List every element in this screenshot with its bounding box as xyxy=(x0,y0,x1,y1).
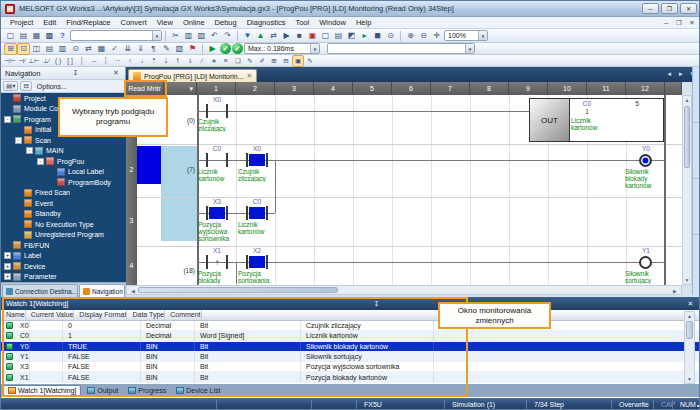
tree-item[interactable]: + Label xyxy=(1,251,126,262)
watch-window-icon[interactable]: ◩ xyxy=(345,30,358,42)
zoom-in-icon[interactable]: ⊕ xyxy=(404,30,417,42)
tree-expander-icon[interactable]: + xyxy=(4,263,11,270)
watch-row[interactable]: X1 FALSE BIN Bit Pozycja blokady kartonó… xyxy=(1,372,700,382)
watch-column-header[interactable]: Name xyxy=(1,310,26,320)
rising-pulse-icon[interactable]: ↑ xyxy=(124,55,136,67)
ladder-coil-y0[interactable] xyxy=(639,154,652,167)
menu-item[interactable]: Tool xyxy=(290,18,314,27)
ladder-contact-x3[interactable] xyxy=(206,206,228,220)
monitor-mode-icon[interactable]: ▣ xyxy=(292,55,304,67)
rising-pulse-close-icon[interactable]: ↿ xyxy=(172,55,184,67)
play-icon[interactable]: ▶ xyxy=(206,43,219,55)
watch-column-header[interactable]: Comment xyxy=(165,310,201,320)
undo-icon[interactable]: ↶ xyxy=(208,30,221,42)
simulation-start-icon[interactable]: ▸ xyxy=(358,30,371,42)
monitor-stop-icon[interactable]: ▢ xyxy=(319,30,332,42)
horizontal-line-icon[interactable]: ─ xyxy=(88,55,100,67)
menu-item[interactable]: Help xyxy=(351,18,376,27)
read-from-plc-icon[interactable]: ▲ xyxy=(254,30,267,42)
falling-pulse-branch-icon[interactable]: ⇣ xyxy=(160,55,172,67)
tree-expander-icon[interactable]: + xyxy=(4,273,11,280)
tree-item[interactable]: + Parameter xyxy=(1,272,126,283)
save-all-icon[interactable]: ▩ xyxy=(43,30,56,42)
watch-tab[interactable]: Progress xyxy=(124,385,170,396)
delete-horizontal-line-icon[interactable]: ┄ xyxy=(112,55,124,67)
cut-icon[interactable]: ✂ xyxy=(169,30,182,42)
cross-reference-icon[interactable]: ⊙ xyxy=(384,30,397,42)
menu-item[interactable]: Window xyxy=(314,18,351,27)
edit-mode-icon[interactable]: ✎ xyxy=(304,55,316,67)
navigation-window-icon[interactable]: ⊞ xyxy=(4,43,17,55)
watch-row[interactable]: X0 0 Decimal Bit Czujnik zliczający xyxy=(1,321,700,331)
tree-item[interactable]: - MAIN xyxy=(1,146,126,157)
tree-item[interactable]: Event xyxy=(1,198,126,209)
mdi-restore-button[interactable]: ❐ xyxy=(674,19,684,27)
inline-st-icon[interactable]: ≡ xyxy=(220,55,232,67)
watch-row[interactable]: Y1 FALSE BIN Bit Siłownik sortujący xyxy=(1,352,700,362)
pin-icon[interactable]: ↧ xyxy=(371,300,382,308)
tab-progpou-monitoring[interactable]: ProgPou [PRG] [LD] Monitorin... ✕ xyxy=(128,69,257,82)
menu-item[interactable]: Find/Replace xyxy=(61,18,115,27)
close-icon[interactable]: ✕ xyxy=(111,69,121,77)
device-list-icon[interactable]: ▦ xyxy=(95,43,108,55)
tree-expander-icon[interactable]: - xyxy=(37,158,44,165)
label-editor-icon[interactable]: ▥ xyxy=(56,43,69,55)
tree-item[interactable]: Standby xyxy=(1,209,126,220)
tree-item[interactable]: FB/FUN xyxy=(1,240,126,251)
tree-item[interactable]: Fixed Scan xyxy=(1,188,126,199)
statement-display-icon[interactable]: ¶ xyxy=(147,43,160,55)
watch-tab[interactable]: Device List xyxy=(172,385,224,396)
watch-row[interactable]: C0 1 Decimal Word [Signed] Licznik karto… xyxy=(1,331,700,341)
vertical-line-icon[interactable]: │ xyxy=(76,55,88,67)
remote-run-icon[interactable]: ▶ xyxy=(280,30,293,42)
cross-reference-window-icon[interactable]: ⇄ xyxy=(82,43,95,55)
ladder-vertical-scrollbar[interactable]: ▲ ▼ xyxy=(682,95,692,285)
mdi-minimize-button[interactable]: ─ xyxy=(661,19,671,27)
write-to-plc-icon[interactable]: ▼ xyxy=(241,30,254,42)
new-project-icon[interactable]: ▢ xyxy=(4,30,17,42)
module-configuration-icon[interactable]: ◫ xyxy=(30,43,43,55)
watch-vertical-scrollbar[interactable]: ▲ ▼ xyxy=(684,311,695,384)
coil-icon[interactable]: ( ) xyxy=(52,55,64,67)
falling-pulse-icon[interactable]: ↓ xyxy=(136,55,148,67)
zoom-out-icon[interactable]: ⊖ xyxy=(417,30,430,42)
tree-item[interactable]: + Device xyxy=(1,261,126,272)
close-button[interactable]: ✕ xyxy=(680,3,697,14)
tree-item[interactable]: No Execution Type xyxy=(1,219,126,230)
watch-column-header[interactable]: Current Value xyxy=(26,310,75,320)
tree-expander-icon[interactable]: - xyxy=(15,137,22,144)
ladder-contact-x0[interactable] xyxy=(206,104,228,118)
tab-navigation[interactable]: Navigation xyxy=(79,284,125,297)
verify-with-plc-icon[interactable]: ⇄ xyxy=(267,30,280,42)
tree-item[interactable]: - ProgPou xyxy=(1,156,126,167)
monitor-mode-selector[interactable]: Read Mntr xyxy=(126,82,164,95)
close-icon[interactable]: ✕ xyxy=(685,300,696,308)
tree-expander-icon[interactable]: + xyxy=(4,252,11,259)
tree-expander-icon[interactable]: - xyxy=(26,147,33,154)
insert-row-icon[interactable]: ⊞ xyxy=(268,55,280,67)
tree-item[interactable]: Local Label xyxy=(1,167,126,178)
menu-item[interactable]: Diagnostics xyxy=(242,18,291,27)
delete-vertical-line-icon[interactable]: ┆ xyxy=(100,55,112,67)
monitor-start-icon[interactable]: ▣ xyxy=(306,30,319,42)
menu-item[interactable]: Debug xyxy=(210,18,242,27)
tree-item[interactable]: Unregistered Program xyxy=(1,230,126,241)
max-scan-time-combo[interactable]: Max.: 0.186ms▾ xyxy=(244,43,320,54)
zoom-fit-icon[interactable]: ✛ xyxy=(430,30,443,42)
open-contact-icon[interactable]: ⊣⊢ xyxy=(4,55,16,67)
open-branch-icon[interactable]: ⊥⊢ xyxy=(28,55,40,67)
element-selection-icon[interactable]: ⊡ xyxy=(17,43,30,55)
convert-icon[interactable]: ⇊ xyxy=(121,43,134,55)
copy-icon[interactable]: ▥ xyxy=(182,30,195,42)
mdi-close-button[interactable]: ✕ xyxy=(687,19,697,27)
ladder-contact-x2[interactable] xyxy=(246,255,268,269)
help-icon[interactable]: ? xyxy=(56,30,69,42)
pin-icon[interactable]: ↧ xyxy=(71,69,81,77)
close-branch-icon[interactable]: ⊥∕ xyxy=(40,55,52,67)
close-contact-icon[interactable]: ⊣∕ xyxy=(16,55,28,67)
menu-item[interactable]: Online xyxy=(178,18,210,27)
watch-device-combo[interactable]: ▾ xyxy=(327,43,475,54)
collapse-all-icon[interactable]: ⊟ xyxy=(20,81,31,91)
watch-row[interactable]: Y0 TRUE BIN Bit Siłownik blokady kartonó… xyxy=(1,342,700,352)
watch-tab[interactable]: Watch 1[Watching] xyxy=(3,385,81,396)
